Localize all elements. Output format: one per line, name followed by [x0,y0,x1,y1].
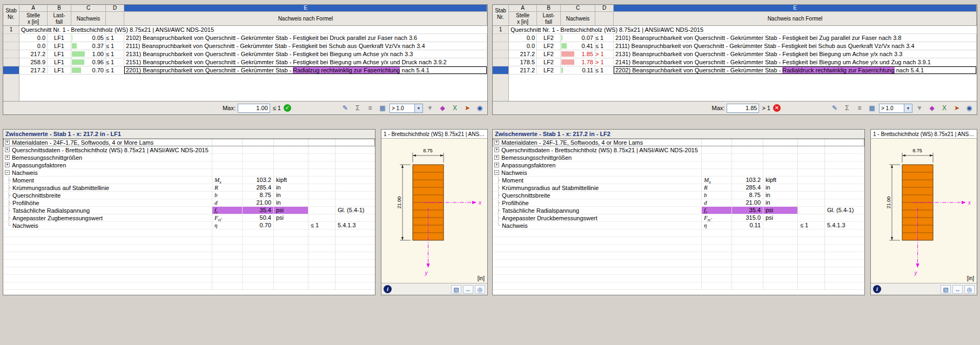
intermediate-row[interactable]: ├Krümmungsradius auf StabmittellinieR285… [3,184,375,192]
col-header-formula[interactable]: Nachweis nach Formel [124,12,487,25]
col-header-loadcase[interactable]: Last- fall [537,12,561,25]
intermediate-row[interactable]: └Nachweisη0.70≤ 15.4.1.3 [3,222,375,229]
export-icon[interactable]: ➤ [462,104,473,113]
intermediate-row[interactable]: ├Profilhöhed21.00in [493,199,864,207]
intermediate-row[interactable]: ├Querschnittsbreiteb8.75in [3,192,375,199]
dimension-lines-icon[interactable]: ↔ [952,285,963,294]
check-row[interactable]: 217.2LF11.00≤ 12131) Beanspruchbarkeit v… [3,50,487,58]
list-details-icon[interactable]: ≡ [365,104,375,113]
tree-expander-icon[interactable]: + [494,147,499,152]
row-gutter[interactable] [493,66,509,75]
render-mode-icon[interactable]: ▧ [451,285,461,294]
row-gutter[interactable] [3,58,19,66]
info-icon[interactable]: i [873,285,881,293]
col-letter-c[interactable]: C [71,5,106,11]
tree-expander-icon[interactable]: + [5,147,10,152]
intermediate-row[interactable]: +Querschnittsdaten - Brettschichtholz (W… [3,146,375,154]
intermediate-row[interactable]: +Querschnittsdaten - Brettschichtholz (W… [493,146,864,154]
zoom-all-icon[interactable]: ◎ [964,285,975,294]
tree-expander-icon[interactable]: + [5,163,10,167]
check-row[interactable]: 0.0LF20.41≤ 12111) Beanspruchbarkeit von… [493,42,977,50]
check-row[interactable]: 178.5LF21.78> 12141) Beanspruchbarkeit v… [493,58,977,66]
col-header-loadcase[interactable]: Last- fall [48,12,71,25]
edit-formula-icon[interactable]: ✎ [829,104,840,113]
col-letter-b[interactable]: B [537,5,561,11]
row-gutter[interactable] [3,66,19,75]
intermediate-row[interactable]: −Nachweis [493,169,864,177]
sum-icon[interactable]: Σ [352,104,363,113]
tree-expander-icon[interactable]: + [5,155,10,160]
edit-formula-icon[interactable]: ✎ [340,104,351,113]
row-number-cell[interactable]: 1 [3,26,19,34]
export-icon[interactable]: ➤ [951,104,962,113]
check-row[interactable]: 0.0LF10.05≤ 12102) Beanspruchbarkeit von… [3,34,487,42]
col-letter-e[interactable]: E [124,5,487,11]
intermediate-row[interactable]: +Materialdaten - 24F-1.7E, Softwoods, 4 … [3,139,375,146]
render-mode-icon[interactable]: ▧ [941,285,951,294]
check-row[interactable]: 217.2LF20.11≤ 12202) Beanspruchbarkeit v… [493,66,977,75]
intermediate-row[interactable]: +Anpassungsfaktoren [3,161,375,169]
group-row[interactable]: 1Querschnitt Nr. 1 - Brettschichtholz (W… [3,26,487,34]
col-header-formula[interactable]: Nachweis nach Formel [614,12,977,25]
col-letter-d[interactable]: D [106,5,124,11]
excel-export-icon[interactable]: X [939,104,950,113]
color-scale-icon[interactable]: ◆ [437,104,448,113]
row-header-corner[interactable]: Stab Nr. [3,5,19,25]
intermediate-row[interactable]: ├Profilhöhed21.00in [3,199,375,207]
col-header-location[interactable]: Stelle x [in] [19,12,48,25]
row-gutter[interactable] [493,34,509,42]
col-header-ratio[interactable]: Nachweis [561,12,595,25]
row-gutter[interactable] [3,34,19,42]
intermediate-row[interactable]: −Nachweis [3,169,375,177]
col-letter-a[interactable]: A [19,5,48,11]
filter-icon[interactable]: ▼ [425,104,435,113]
col-header-ratio[interactable]: Nachweis [71,12,106,25]
tree-expander-icon[interactable]: − [5,170,10,175]
filter-dropdown[interactable]: > 1.0▼ [390,104,423,113]
row-gutter[interactable] [493,42,509,50]
result-diagram-icon[interactable]: ▦ [377,104,388,113]
dimension-lines-icon[interactable]: ↔ [463,285,473,294]
color-scale-icon[interactable]: ◆ [927,104,937,113]
filter-dropdown[interactable]: > 1.0▼ [879,104,912,113]
check-row[interactable]: 217.2LF10.70≤ 12201) Beanspruchbarkeit v… [3,66,487,75]
intermediate-row[interactable]: ├MomentMx103.2kipft [3,177,375,184]
excel-export-icon[interactable]: X [449,104,460,113]
row-header-corner[interactable]: Stab Nr. [493,5,509,25]
intermediate-row[interactable]: ├Angepasster DruckbemessungswertFrc'315.… [493,214,864,222]
intermediate-row[interactable]: └Nachweisη0.11≤ 15.4.1.3 [493,222,864,229]
intermediate-row[interactable]: +Bemessungsschnittgrößen [3,154,375,161]
info-icon[interactable]: i [384,285,392,293]
col-letter-d[interactable]: D [595,5,614,11]
intermediate-row[interactable]: ├Tatsächliche Radialspannungfr35.4psiGl.… [493,207,864,214]
intermediate-row[interactable]: +Anpassungsfaktoren [493,161,864,169]
intermediate-row[interactable]: +Materialdaten - 24F-1.7E, Softwoods, 4 … [493,139,864,146]
intermediate-row[interactable]: +Bemessungsschnittgrößen [493,154,864,161]
col-header-location[interactable]: Stelle x [in] [509,12,537,25]
col-letter-c[interactable]: C [561,5,595,11]
row-gutter[interactable] [493,50,509,58]
row-number-cell[interactable]: 1 [493,26,509,34]
col-letter-b[interactable]: B [48,5,71,11]
tree-expander-icon[interactable]: + [494,155,499,160]
intermediate-row[interactable]: ├MomentMx103.2kipft [493,177,864,184]
group-row[interactable]: 1Querschnitt Nr. 1 - Brettschichtholz (W… [493,26,977,34]
row-gutter[interactable] [3,42,19,50]
tree-expander-icon[interactable]: − [494,170,499,175]
tree-expander-icon[interactable]: + [494,140,499,145]
col-letter-e[interactable]: E [614,5,977,11]
tree-expander-icon[interactable]: + [5,140,10,145]
check-row[interactable]: 0.0LF10.37≤ 12111) Beanspruchbarkeit von… [3,42,487,50]
visibility-icon[interactable]: ◉ [964,104,975,113]
col-letter-a[interactable]: A [509,5,537,11]
intermediate-row[interactable]: ├Angepasster ZugbemessungswertFrt'50.4ps… [3,214,375,222]
result-diagram-icon[interactable]: ▦ [867,104,877,113]
check-row[interactable]: 217.2LF21.85> 12131) Beanspruchbarkeit v… [493,50,977,58]
row-gutter[interactable] [3,50,19,58]
list-details-icon[interactable]: ≡ [854,104,865,113]
sum-icon[interactable]: Σ [842,104,853,113]
check-row[interactable]: 258.9LF10.96≤ 12151) Beanspruchbarkeit v… [3,58,487,66]
check-row[interactable]: 0.0LF20.07≤ 12101) Beanspruchbarkeit von… [493,34,977,42]
visibility-icon[interactable]: ◉ [474,104,485,113]
zoom-all-icon[interactable]: ◎ [475,285,485,294]
